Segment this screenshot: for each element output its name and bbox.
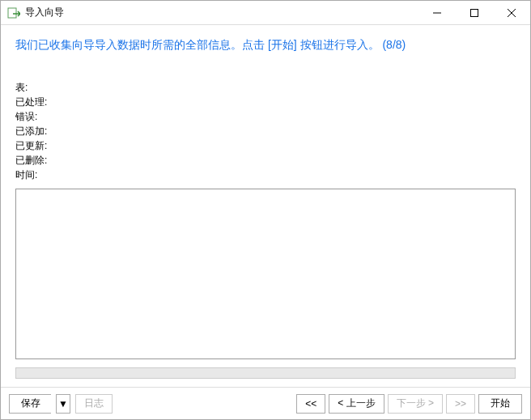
stat-table-label: 表 <box>15 80 28 95</box>
instruction-text: 我们已收集向导导入数据时所需的全部信息。点击 [开始] 按钮进行导入。 (8/8… <box>15 36 516 53</box>
next-button[interactable]: 下一步 > <box>388 394 443 414</box>
last-button[interactable]: >> <box>446 394 475 414</box>
prev-button[interactable]: < 上一步 <box>329 394 384 414</box>
start-button[interactable]: 开始 <box>478 394 522 414</box>
window-title: 导入向导 <box>25 6 418 19</box>
save-dropdown-button[interactable]: ▼ <box>56 394 70 414</box>
stat-errors-label: 错误 <box>15 109 37 124</box>
window-controls <box>418 1 530 24</box>
import-wizard-window: 导入向导 我们已收集向导导入数据时所需的全部信息。点击 [开始] 按钮进行导入。… <box>0 0 531 420</box>
save-split-button[interactable]: 保存 ▼ <box>9 394 75 414</box>
titlebar: 导入向导 <box>1 1 530 25</box>
stat-added-label: 已添加 <box>15 124 47 138</box>
svg-rect-2 <box>471 9 478 16</box>
close-button[interactable] <box>493 1 530 24</box>
log-output[interactable] <box>15 189 516 359</box>
content-area: 我们已收集向导导入数据时所需的全部信息。点击 [开始] 按钮进行导入。 (8/8… <box>1 25 530 387</box>
svg-rect-0 <box>8 8 16 18</box>
stat-updated-label: 已更新 <box>15 138 47 153</box>
stat-deleted-label: 已删除 <box>15 153 47 168</box>
button-bar: 保存 ▼ 日志 << < 上一步 下一步 > >> 开始 <box>1 387 530 419</box>
log-button[interactable]: 日志 <box>75 394 113 414</box>
minimize-button[interactable] <box>418 1 456 24</box>
stat-time-label: 时间 <box>15 168 37 182</box>
stats-block: 表 已处理 错误 已添加 已更新 已删除 时间 <box>15 80 516 182</box>
first-button[interactable]: << <box>296 394 325 414</box>
save-button[interactable]: 保存 <box>9 394 51 414</box>
nav-buttons: << < 上一步 下一步 > >> 开始 <box>296 394 522 414</box>
maximize-button[interactable] <box>456 1 493 24</box>
stat-processed-label: 已处理 <box>15 95 47 109</box>
progress-bar <box>15 367 516 379</box>
app-icon <box>7 6 20 19</box>
chevron-down-icon: ▼ <box>58 398 68 409</box>
